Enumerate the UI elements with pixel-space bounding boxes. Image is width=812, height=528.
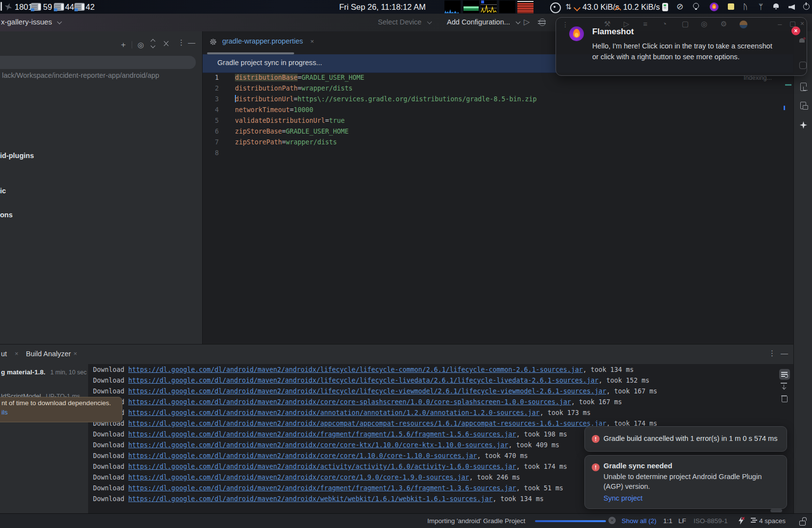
volume-icon[interactable] xyxy=(789,4,795,10)
unlock-icon[interactable] xyxy=(799,517,806,526)
tree-item-ic[interactable]: ic xyxy=(0,187,6,195)
show-all-link[interactable]: Show all (2) xyxy=(622,517,656,525)
line-separator-widget[interactable]: LF xyxy=(678,517,686,525)
disk-graph-applet[interactable] xyxy=(517,0,534,13)
tree-item-ons[interactable]: ons xyxy=(0,211,13,219)
cancel-progress-button[interactable]: × xyxy=(608,517,616,524)
notification-gradle-sync[interactable]: ! Gradle sync needed Unable to determine… xyxy=(584,455,787,509)
updown-arrows-icon[interactable]: ⇅ xyxy=(565,0,572,14)
gpu-chip-icon xyxy=(74,0,85,8)
log-prefix: Download xyxy=(93,441,128,449)
chevron-down-icon xyxy=(57,20,62,24)
tree-item-plugins[interactable]: id-plugins xyxy=(0,152,34,160)
indicator-applet-icon[interactable] xyxy=(662,3,668,11)
clear-all-trash-icon[interactable] xyxy=(781,395,788,402)
memory-bar-applet[interactable] xyxy=(463,0,479,13)
log-url-link[interactable]: https://dl.google.com/dl/android/maven2/… xyxy=(128,366,583,373)
net-graph-applet[interactable] xyxy=(444,0,461,13)
speaker-applet-icon[interactable] xyxy=(550,2,561,13)
popup-close-button[interactable]: × xyxy=(791,26,800,35)
code-line[interactable]: 3distributionUrl=https\://services.gradl… xyxy=(203,94,793,105)
log-url-link[interactable]: https://dl.google.com/dl/android/maven2/… xyxy=(128,388,606,395)
tab-build-analyzer[interactable]: Build Analyzer xyxy=(26,350,71,358)
code-line[interactable]: 4networkTimeout=10000 xyxy=(203,105,793,115)
log-url-link[interactable]: https://dl.google.com/dl/android/maven2/… xyxy=(128,431,516,438)
notification-bell-icon[interactable] xyxy=(773,3,779,9)
tooltip-details-link[interactable]: ils xyxy=(1,409,117,416)
log-url-link[interactable]: https://dl.google.com/dl/android/maven2/… xyxy=(128,452,477,459)
select-device-dropdown[interactable]: Select Device xyxy=(378,18,431,26)
more-options-icon[interactable]: ⋮ xyxy=(178,38,185,47)
project-widget[interactable]: x-gallery-issues xyxy=(1,18,61,26)
log-url-link[interactable]: https://dl.google.com/dl/android/maven2/… xyxy=(128,484,516,492)
lightbulb-icon[interactable] xyxy=(693,3,699,9)
project-search-field[interactable] xyxy=(0,56,196,69)
power-save-bolt-icon[interactable]: × xyxy=(738,517,744,526)
flameshot-notification-popup[interactable]: ⋮ ⚒ ▷ ≡ ◔ ▢ ◎ ⚙ – ▢ × Flameshot Hello, I… xyxy=(556,17,807,76)
code-line[interactable]: 2distributionPath=wrapper/dists xyxy=(203,83,793,94)
bluetooth-icon[interactable]: ᚢ xyxy=(743,0,747,14)
ai-assistant-sparkle-icon[interactable] xyxy=(800,121,807,129)
log-url-link[interactable]: https://dl.google.com/dl/android/maven2/… xyxy=(128,495,493,503)
tab-close-icon[interactable]: × xyxy=(73,350,77,357)
log-line: Download https://dl.google.com/dl/androi… xyxy=(93,461,567,472)
tab-build-output[interactable]: ut xyxy=(1,350,7,358)
hide-panel-icon[interactable]: — xyxy=(188,38,195,46)
sync-project-link[interactable]: Sync project xyxy=(603,494,643,502)
log-suffix: , took 173 ms xyxy=(540,409,591,416)
soft-wrap-toggle[interactable] xyxy=(779,369,790,380)
do-not-disturb-icon[interactable]: ⊘ xyxy=(676,0,683,14)
clock[interactable]: Fri Sep 26, 11:18:12 AM xyxy=(339,0,426,14)
editor-tab[interactable]: gradle-wrapper.properties × xyxy=(209,37,314,46)
expand-all-icon[interactable] xyxy=(151,40,155,47)
run-button[interactable]: ▷ xyxy=(524,17,530,26)
collapse-all-icon[interactable] xyxy=(164,40,168,47)
error-icon: ! xyxy=(592,463,600,471)
log-url-link[interactable]: https://dl.google.com/dl/android/maven2/… xyxy=(128,474,469,481)
sticky-note-icon[interactable] xyxy=(728,3,734,10)
popup-title: Flameshot xyxy=(592,27,634,37)
screen: 1801 59 44 42 Fri Sep 26, 11:18:12 AM xyxy=(0,0,812,528)
flameshot-tray-icon[interactable] xyxy=(710,2,719,11)
log-url-link[interactable]: https://dl.google.com/dl/android/maven2/… xyxy=(128,441,509,449)
encoding-widget[interactable]: ISO-8859-1 xyxy=(694,517,728,525)
code-line[interactable]: 7zipStorePath=wrapper/dists xyxy=(203,137,793,148)
log-url-link[interactable]: https://dl.google.com/dl/android/maven2/… xyxy=(128,377,599,384)
log-prefix: Download xyxy=(93,463,128,470)
code-line[interactable]: 8 xyxy=(203,148,793,159)
device-manager-icon[interactable] xyxy=(800,83,807,91)
notification-build-cancelled[interactable]: ! Gradle build cancelled with 1 error(s)… xyxy=(584,426,787,452)
log-url-link[interactable]: https://dl.google.com/dl/android/maven2/… xyxy=(128,398,571,406)
log-url-link[interactable]: https://dl.google.com/dl/android/maven2/… xyxy=(128,409,540,416)
tab-close-icon[interactable]: × xyxy=(310,38,314,45)
log-line: Download https://dl.google.com/dl/androi… xyxy=(93,483,563,494)
power-icon[interactable] xyxy=(803,3,810,10)
log-url-link[interactable]: https://dl.google.com/dl/android/maven2/… xyxy=(128,463,516,470)
code-line[interactable]: 5validateDistributionUrl=true xyxy=(203,115,793,126)
usb-icon[interactable]: ᛘ xyxy=(759,0,763,14)
code-line[interactable]: 6zipStoreBase=GRADLE_USER_HOME xyxy=(203,126,793,137)
log-line: Download https://dl.google.com/dl/androi… xyxy=(93,408,591,418)
blank-applet[interactable] xyxy=(499,0,515,13)
debug-button[interactable] xyxy=(539,19,545,26)
running-devices-icon[interactable] xyxy=(800,102,806,109)
horizontal-scrollbar-thumb[interactable] xyxy=(770,509,782,512)
cpu-graph-applet[interactable] xyxy=(481,0,497,13)
build-tree-panel: g material-1.8. 1 min, 10 sec ldScriptMo… xyxy=(0,364,88,514)
add-configuration-dropdown[interactable]: Add Configuration... xyxy=(447,18,520,26)
build-tree-row[interactable]: g material-1.8. 1 min, 10 sec xyxy=(1,368,87,376)
log-line: Download https://dl.google.com/dl/androi… xyxy=(93,365,634,375)
indent-widget[interactable]: 4 spaces xyxy=(759,517,786,525)
hide-panel-icon[interactable]: — xyxy=(781,349,788,357)
log-suffix: , took 198 ms xyxy=(516,431,567,438)
more-options-icon[interactable]: ⋮ xyxy=(768,349,776,358)
tooltip-text: nt of time to download dependencies. xyxy=(1,399,117,407)
log-suffix: , took 409 ms xyxy=(509,441,559,449)
scroll-to-end-icon[interactable] xyxy=(781,383,787,389)
tab-close-icon[interactable]: × xyxy=(15,350,19,357)
add-icon[interactable]: + xyxy=(121,40,126,50)
caret-position-widget[interactable]: 1:1 xyxy=(663,517,673,525)
locate-file-icon[interactable]: ◎ xyxy=(138,41,144,49)
log-url-link[interactable]: https://dl.google.com/dl/android/maven2/… xyxy=(128,420,606,427)
log-line: Download https://dl.google.com/dl/androi… xyxy=(93,429,567,440)
